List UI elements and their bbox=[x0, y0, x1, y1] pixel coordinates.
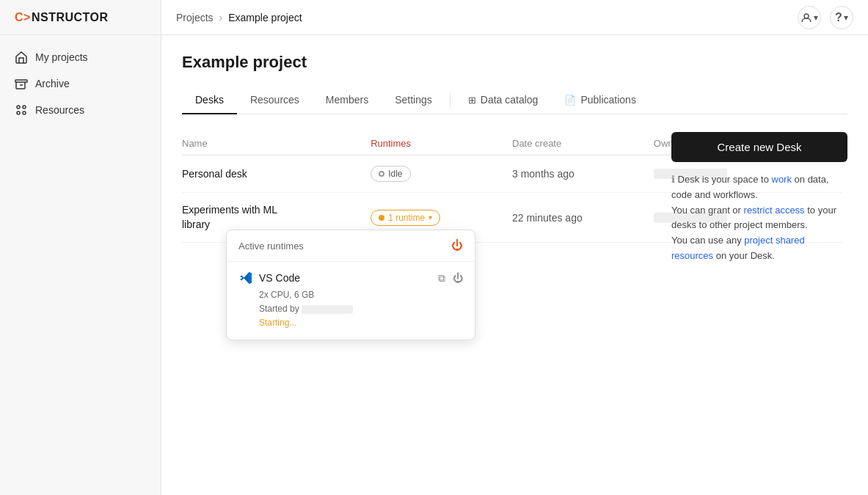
tab-data-catalog[interactable]: ⊞ Data catalog bbox=[455, 87, 552, 114]
sidebar-item-label: My projects bbox=[35, 51, 88, 63]
dropdown-header: Active runtimes ⏻ bbox=[227, 230, 475, 262]
chevron-down-icon: ▾ bbox=[428, 213, 432, 221]
col-header-runtimes: Runtimes bbox=[371, 138, 512, 149]
breadcrumb: Projects › Example project bbox=[176, 12, 302, 23]
tab-settings[interactable]: Settings bbox=[382, 87, 445, 114]
resources-icon bbox=[15, 103, 28, 117]
active-runtimes-label: Active runtimes bbox=[238, 241, 304, 252]
started-by-name bbox=[302, 305, 353, 314]
doc-icon: 📄 bbox=[564, 95, 576, 106]
runtime-active-dot bbox=[379, 215, 384, 221]
tab-publications[interactable]: 📄 Publications bbox=[551, 87, 649, 114]
date-created: 22 minutes ago bbox=[512, 212, 654, 224]
tab-members[interactable]: Members bbox=[313, 87, 382, 114]
svg-point-2 bbox=[23, 106, 26, 109]
main-content: Projects › Example project ▾ ? ▾ Example… bbox=[161, 0, 868, 495]
sidebar-item-archive[interactable]: Archive bbox=[0, 70, 161, 97]
breadcrumb-current: Example project bbox=[228, 12, 302, 23]
svg-point-1 bbox=[17, 106, 20, 109]
logo: C>NSTRUCTOR bbox=[0, 0, 161, 35]
cpu-spec: 2x CPU, 6 GB bbox=[259, 288, 463, 302]
restrict-access-link[interactable]: restrict access bbox=[744, 205, 805, 216]
info-icon: ℹ bbox=[671, 174, 675, 185]
project-shared-resources-link[interactable]: project shared resources bbox=[671, 235, 805, 261]
desk-name[interactable]: Experiments with MLlibrary bbox=[182, 203, 371, 232]
logo-arrow: C> bbox=[15, 11, 31, 23]
sidebar-nav: My projects Archive Resourc bbox=[0, 35, 161, 132]
desk-name[interactable]: Personal desk bbox=[182, 168, 371, 180]
tabs-bar: Desks Resources Members Settings ⊞ Data … bbox=[182, 87, 847, 114]
svg-point-4 bbox=[23, 111, 26, 114]
page-title: Example project bbox=[182, 53, 847, 72]
sidebar-item-label: Resources bbox=[35, 104, 84, 116]
breadcrumb-separator: › bbox=[219, 12, 223, 23]
date-created: 3 months ago bbox=[512, 168, 654, 180]
tab-resources[interactable]: Resources bbox=[237, 87, 313, 114]
idle-dot bbox=[379, 171, 384, 177]
runtime-status: 1 runtime ▾ Active runtimes ⏻ bbox=[371, 210, 512, 226]
home-icon bbox=[15, 51, 28, 64]
vscode-name: VS Code bbox=[259, 272, 300, 284]
col-header-date: Date create bbox=[512, 138, 654, 149]
vscode-info: VS Code bbox=[238, 271, 300, 285]
work-link[interactable]: work bbox=[772, 174, 792, 185]
content-area: Example project Desks Resources Members … bbox=[161, 35, 868, 495]
archive-icon bbox=[15, 77, 28, 90]
tab-divider bbox=[450, 92, 451, 109]
user-icon[interactable]: ▾ bbox=[798, 6, 821, 29]
desk-info-box: ℹ Desk is your space to work on data, co… bbox=[671, 172, 847, 264]
svg-rect-0 bbox=[15, 80, 27, 82]
starting-status: Starting... bbox=[259, 316, 463, 330]
started-by: Started by bbox=[259, 302, 463, 316]
svg-point-3 bbox=[17, 111, 20, 114]
runtime-active-badge[interactable]: 1 runtime ▾ bbox=[371, 210, 440, 226]
runtime-item: VS Code ⧉ ⏻ 2x CPU, 6 GB bbox=[227, 262, 475, 340]
topbar: Projects › Example project ▾ ? ▾ bbox=[161, 0, 868, 35]
runtime-item-top: VS Code ⧉ ⏻ bbox=[238, 271, 463, 285]
help-icon[interactable]: ? ▾ bbox=[830, 6, 853, 29]
breadcrumb-projects[interactable]: Projects bbox=[176, 12, 214, 23]
sidebar-item-my-projects[interactable]: My projects bbox=[0, 44, 161, 70]
vscode-icon bbox=[238, 271, 253, 285]
item-actions: ⧉ ⏻ bbox=[438, 272, 463, 285]
open-icon[interactable]: ⧉ bbox=[438, 272, 445, 285]
svg-point-5 bbox=[804, 14, 809, 18]
sidebar-item-resources[interactable]: Resources bbox=[0, 97, 161, 123]
runtime-status: Idle bbox=[371, 166, 512, 182]
sidebar-item-label: Archive bbox=[35, 78, 70, 89]
col-header-name: Name bbox=[182, 138, 371, 149]
table-icon: ⊞ bbox=[468, 95, 476, 106]
logo-text: C>NSTRUCTOR bbox=[15, 11, 109, 24]
item-meta: 2x CPU, 6 GB Started by Starting... bbox=[259, 288, 463, 331]
power-all-icon[interactable]: ⏻ bbox=[451, 239, 463, 252]
topbar-actions: ▾ ? ▾ bbox=[798, 6, 853, 29]
create-desk-button[interactable]: Create new Desk bbox=[671, 132, 847, 162]
create-desk-panel: Create new Desk ℹ Desk is your space to … bbox=[671, 132, 847, 264]
runtime-idle-badge: Idle bbox=[371, 166, 410, 182]
sidebar: C>NSTRUCTOR My projects Archive bbox=[0, 0, 161, 495]
content-wrapper: Name Runtimes Date create Owner Personal… bbox=[182, 132, 847, 243]
tab-desks[interactable]: Desks bbox=[182, 87, 237, 114]
power-icon[interactable]: ⏻ bbox=[453, 272, 463, 285]
runtime-dropdown: Active runtimes ⏻ bbox=[226, 230, 475, 340]
